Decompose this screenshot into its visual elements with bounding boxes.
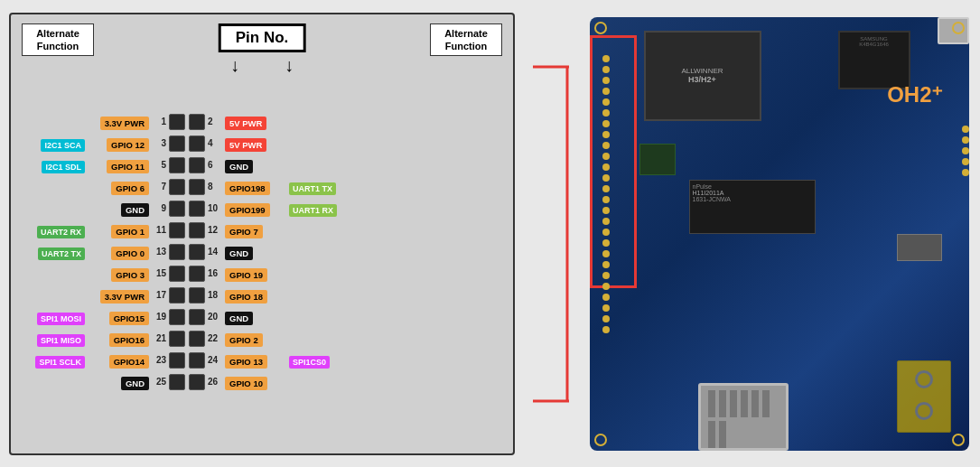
board-image: ALLWINNER H3/H2+ SAMSUNG K4B4G1646 OH2⁺ xyxy=(590,17,969,451)
left-num-9: 19 xyxy=(152,312,166,322)
right-gpio-2: GND xyxy=(225,157,286,173)
main-container: Alternate Function Pin No. ↓ ↓ Alternate… xyxy=(0,0,980,467)
mount-hole-tr xyxy=(952,22,965,34)
left-gpio-12: GND xyxy=(88,374,149,390)
right-gpio-1: 5V PWR xyxy=(225,135,286,152)
sd-slot xyxy=(897,234,942,261)
right-num-9: 20 xyxy=(208,312,222,322)
mount-hole-br xyxy=(952,434,965,446)
left-gpio-7: GPIO 3 xyxy=(88,266,149,282)
ethernet-port xyxy=(698,383,789,451)
left-alt-6: UART2 TX xyxy=(22,244,85,260)
right-gpio-5: GPIO 7 xyxy=(225,222,286,238)
red-highlight-box xyxy=(590,35,637,288)
right-num-3: 8 xyxy=(208,182,222,191)
right-num-8: 18 xyxy=(208,290,222,300)
connector-pair-12 xyxy=(169,374,205,390)
right-alt-11: SPI1CS0 xyxy=(289,352,352,369)
right-gpio-11: GPIO 13 xyxy=(225,352,286,369)
left-num-0: 1 xyxy=(152,117,166,126)
pin-row-3: GPIO 678GPIO198UART1 TX xyxy=(22,177,502,197)
connector-pair-11 xyxy=(169,352,205,369)
connector-pair-6 xyxy=(169,244,205,260)
right-num-11: 24 xyxy=(208,355,222,365)
connector-pair-10 xyxy=(169,331,205,347)
connector-pair-7 xyxy=(169,266,205,282)
pins-area: 3.3V PWR125V PWRI2C1 SCAGPIO 12345V PWRI… xyxy=(22,112,502,392)
left-num-7: 15 xyxy=(152,268,166,278)
right-gpio-10: GPIO 2 xyxy=(225,331,286,347)
left-num-4: 9 xyxy=(152,203,166,213)
mount-hole-bl xyxy=(594,434,607,446)
left-num-6: 13 xyxy=(152,247,166,257)
left-alt-11: SPI1 SCLK xyxy=(22,352,85,369)
right-num-10: 22 xyxy=(208,333,222,343)
left-alt-9: SPI1 MOSI xyxy=(22,309,85,325)
left-alt-2: I2C1 SDL xyxy=(22,157,85,173)
right-alt-3: UART1 TX xyxy=(289,179,352,195)
board-section: ALLWINNER H3/H2+ SAMSUNG K4B4G1646 OH2⁺ xyxy=(587,13,971,455)
pin-row-4: GND910GPIO199UART1 RX xyxy=(22,199,502,219)
left-alt-10: SPI1 MISO xyxy=(22,331,85,347)
right-gpio-0: 5V PWR xyxy=(225,114,286,130)
left-gpio-6: GPIO 0 xyxy=(88,244,149,260)
connector-pair-4 xyxy=(169,201,205,217)
pin-row-12: GND2526GPIO 10 xyxy=(22,372,502,392)
pin-row-8: 3.3V PWR1718GPIO 18 xyxy=(22,285,502,305)
pin-row-2: I2C1 SDLGPIO 1156GND xyxy=(22,155,502,175)
right-num-0: 2 xyxy=(208,117,222,126)
right-gpio-6: GND xyxy=(225,244,286,260)
right-gpio-4: GPIO199 xyxy=(225,201,286,217)
right-gpio-8: GPIO 18 xyxy=(225,287,286,304)
left-alt-5: UART2 RX xyxy=(22,222,85,238)
pin-row-7: GPIO 31516GPIO 19 xyxy=(22,264,502,284)
left-num-3: 7 xyxy=(152,182,166,191)
oh2-label: OH2⁺ xyxy=(887,82,943,107)
left-gpio-9: GPIO15 xyxy=(88,309,149,325)
right-num-6: 14 xyxy=(208,247,222,257)
right-arrow: ↓ xyxy=(285,55,294,76)
component-2: nPulse H11I2011A 1631-JCNWA xyxy=(689,180,816,234)
left-gpio-4: GND xyxy=(88,201,149,217)
right-gpio-9: GND xyxy=(225,309,286,325)
pin-row-5: UART2 RXGPIO 11112GPIO 7 xyxy=(22,220,502,240)
pin-row-1: I2C1 SCAGPIO 12345V PWR xyxy=(22,134,502,154)
right-alt-func-header: AlternateFunction xyxy=(430,23,502,57)
antenna-pad xyxy=(897,360,951,433)
connector-pair-0 xyxy=(169,114,205,130)
pinout-diagram: Alternate Function Pin No. ↓ ↓ Alternate… xyxy=(9,13,515,455)
left-gpio-2: GPIO 11 xyxy=(88,157,149,173)
connector-pair-9 xyxy=(169,309,205,325)
left-alt-1: I2C1 SCA xyxy=(22,135,85,152)
connector-pair-8 xyxy=(169,287,205,304)
pin-row-10: SPI1 MISOGPIO162122GPIO 2 xyxy=(22,329,502,349)
left-alt-func-header: Alternate Function xyxy=(22,23,94,57)
left-num-12: 25 xyxy=(152,377,166,387)
right-gpio-7: GPIO 19 xyxy=(225,266,286,282)
left-gpio-5: GPIO 1 xyxy=(88,222,149,238)
left-arrow: ↓ xyxy=(230,55,239,76)
connector-lines xyxy=(533,13,569,455)
mount-hole-tl xyxy=(594,22,607,34)
left-gpio-1: GPIO 12 xyxy=(88,135,149,152)
connector-pair-1 xyxy=(169,135,205,152)
right-num-12: 26 xyxy=(208,377,222,387)
left-gpio-3: GPIO 6 xyxy=(88,179,149,195)
right-alt-4: UART1 RX xyxy=(289,201,352,217)
ram-chip: SAMSUNG K4B4G1646 xyxy=(838,31,910,89)
pin-row-11: SPI1 SCLKGPIO142324GPIO 13SPI1CS0 xyxy=(22,350,502,370)
left-num-8: 17 xyxy=(152,290,166,300)
pin-row-9: SPI1 MOSIGPIO151920GND xyxy=(22,307,502,327)
pin-row-6: UART2 TXGPIO 01314GND xyxy=(22,242,502,262)
left-gpio-10: GPIO16 xyxy=(88,331,149,347)
pin-row-0: 3.3V PWR125V PWR xyxy=(22,112,502,132)
right-gpio-12: GPIO 10 xyxy=(225,374,286,390)
component-1 xyxy=(639,144,676,175)
left-gpio-0: 3.3V PWR xyxy=(88,114,149,130)
left-num-10: 21 xyxy=(152,333,166,343)
left-num-11: 23 xyxy=(152,355,166,365)
right-num-4: 10 xyxy=(208,203,222,213)
left-gpio-11: GPIO14 xyxy=(88,352,149,369)
left-num-1: 3 xyxy=(152,138,166,148)
left-gpio-8: 3.3V PWR xyxy=(88,287,149,304)
